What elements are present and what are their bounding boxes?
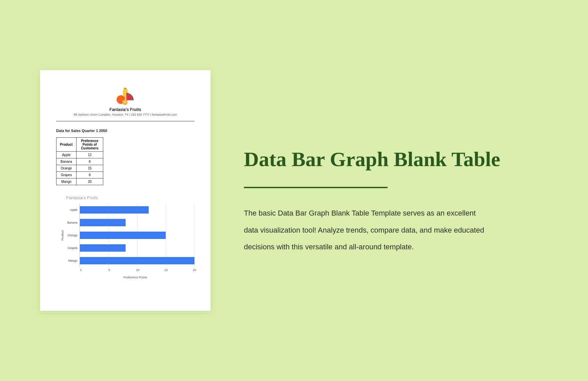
x-axis-label: Preference Points (76, 276, 194, 279)
cell-value: 8 (77, 158, 103, 165)
bar (80, 232, 166, 239)
bar-chart: Fantasia's Fruits Product Apple Banana O… (56, 195, 194, 279)
x-tick: 5 (108, 268, 110, 272)
y-axis-label: Product (59, 204, 64, 267)
divider (56, 121, 194, 121)
title-underline (244, 187, 388, 188)
x-tick: 20 (193, 268, 196, 272)
bar (80, 257, 194, 264)
fruits-logo-icon (114, 87, 137, 105)
svg-point-0 (128, 97, 129, 97)
x-axis-ticks: 05101520 (81, 268, 194, 273)
bar (80, 206, 149, 214)
cell-value: 20 (77, 178, 103, 185)
x-tick: 0 (80, 268, 82, 272)
y-tick: Banana (64, 216, 78, 229)
y-tick: Orange (64, 229, 78, 242)
plot-area (80, 204, 194, 267)
chart-title: Fantasia's Fruits (66, 195, 194, 200)
cell-value: 8 (77, 172, 103, 178)
cell-product: Mango (56, 178, 77, 185)
letterhead: Fantasia's Fruits 88 Jackson Union Compl… (56, 87, 194, 116)
table-header-row: Product Preference Points of Customers (56, 138, 103, 152)
y-axis-categories: Apple Banana Orange Grapes Mango (64, 204, 80, 267)
document-preview: Fantasia's Fruits 88 Jackson Union Compl… (40, 70, 210, 311)
cell-product: Orange (56, 165, 77, 172)
table-row: Grapes8 (56, 172, 103, 178)
col-header-points: Preference Points of Customers (77, 138, 103, 152)
bar (80, 244, 126, 252)
svg-point-2 (129, 99, 129, 99)
info-panel: Data Bar Graph Blank Table The basic Dat… (244, 125, 548, 255)
company-address: 88 Jackson Union Complex, Houston, TX | … (74, 113, 177, 116)
cell-product: Grapes (56, 172, 77, 178)
table-row: Mango20 (56, 178, 103, 185)
data-table: Product Preference Points of Customers A… (56, 137, 103, 185)
y-tick: Mango (64, 254, 78, 267)
table-row: Orange15 (56, 165, 103, 172)
x-tick: 10 (136, 268, 139, 272)
table-row: Banana8 (56, 158, 103, 165)
company-name: Fantasia's Fruits (110, 107, 141, 112)
cell-product: Apple (56, 152, 77, 158)
y-tick: Apple (64, 204, 78, 216)
page-title: Data Bar Graph Blank Table (244, 145, 548, 173)
bar (80, 219, 126, 226)
cell-product: Banana (56, 158, 77, 165)
col-header-product: Product (56, 138, 77, 152)
description-text: The basic Data Bar Graph Blank Table Tem… (244, 205, 484, 256)
cell-value: 12 (77, 152, 103, 158)
y-tick: Grapes (64, 242, 78, 254)
cell-value: 15 (77, 165, 103, 172)
svg-point-1 (130, 98, 131, 98)
table-row: Apple12 (56, 152, 103, 158)
x-tick: 15 (164, 268, 168, 272)
section-title: Data for Sales Quarter 1 2050 (56, 129, 194, 133)
